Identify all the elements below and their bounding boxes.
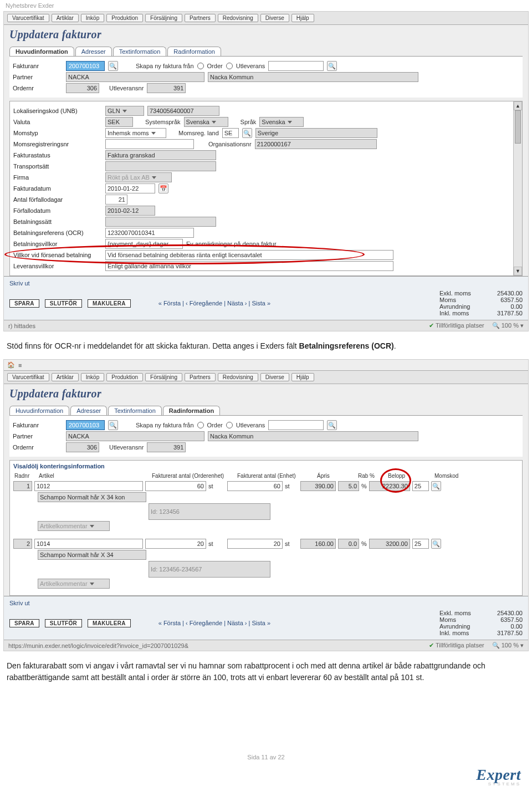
menu-partners[interactable]: Partners	[185, 373, 216, 381]
menu-varucertifikat[interactable]: Varucertifikat	[7, 373, 49, 381]
systemsprak-label: Systemspråk	[145, 119, 181, 125]
app-window-2: 🏠 ≡ Varucertifikat Artiklar Inköp Produk…	[3, 359, 529, 651]
fa-order-input[interactable]: 60	[145, 481, 206, 491]
fakturadatum-input[interactable]: 2010-01-22	[105, 183, 155, 193]
menu-produktion[interactable]: Produktion	[106, 373, 143, 381]
fakturanr-input[interactable]: 200700103	[66, 420, 105, 430]
systemsprak-select[interactable]: Svenska	[184, 117, 228, 127]
cancel-button[interactable]: MAKULERA	[88, 299, 131, 308]
leveransvillkor-input[interactable]: Enligt gällande allmänna villkor	[105, 261, 393, 271]
ocr-input[interactable]: 12320070010341	[105, 228, 194, 238]
calendar-icon[interactable]: 📅	[158, 183, 168, 193]
print-link[interactable]: Skriv ut	[9, 280, 30, 287]
menu-inkop[interactable]: Inköp	[81, 373, 104, 381]
visa-dolj-link[interactable]: Visa/dölj konteringsinformation	[13, 463, 519, 469]
search-icon[interactable]: 🔍	[108, 61, 118, 71]
cancel-button[interactable]: MAKULERA	[88, 619, 131, 627]
logo: Expert SYSTEMS	[0, 760, 532, 791]
fa-enhet-input[interactable]: 60	[227, 481, 283, 491]
print-link[interactable]: Skriv ut	[9, 600, 30, 606]
sprak-select[interactable]: Svenska	[259, 117, 304, 127]
momskod-input[interactable]: 25	[412, 481, 429, 491]
menu-diverse[interactable]: Diverse	[260, 14, 289, 22]
table-row-komm: Artikelkommentar	[13, 579, 519, 589]
search-icon[interactable]: 🔍	[431, 539, 441, 549]
complete-button[interactable]: SLUTFÖR	[45, 619, 82, 627]
momstyp-select[interactable]: Inhemsk moms	[105, 128, 166, 138]
tab-huvudinformation[interactable]: Huvudinformation	[9, 47, 74, 57]
utleverans-label: Utleverans	[236, 63, 265, 69]
tab-radinformation[interactable]: Radinformation	[167, 47, 221, 57]
tab-huvudinformation[interactable]: Huvudinformation	[9, 406, 69, 416]
menu-inkop[interactable]: Inköp	[81, 14, 104, 22]
utleverans-label: Utleverans	[236, 422, 265, 428]
menu-redovisning[interactable]: Redovisning	[218, 373, 258, 381]
status-url: https://munin.exder.net/logic/invoice/ed…	[8, 642, 188, 649]
pager[interactable]: « Första | ‹ Föregående | Nästa › | Sist…	[158, 620, 270, 626]
menu-hjalp[interactable]: Hjälp	[291, 14, 314, 22]
save-button[interactable]: SPARA	[9, 619, 39, 627]
menu-partners[interactable]: Partners	[185, 14, 216, 22]
menu-diverse[interactable]: Diverse	[260, 373, 289, 381]
komm-select[interactable]: Artikelkommentar	[38, 579, 110, 589]
lokalkod-select[interactable]: GLN	[105, 106, 144, 116]
firma-select[interactable]: Rökt på Lax AB	[105, 172, 172, 182]
zoom-icon[interactable]: 🔍 100 % ▾	[492, 322, 524, 329]
artikel-input[interactable]: 1012	[34, 481, 143, 491]
menu-icon[interactable]: ≡	[18, 362, 22, 369]
tab-textinformation[interactable]: Textinformation	[108, 406, 162, 416]
search-icon[interactable]: 🔍	[327, 420, 337, 430]
momsregnr-label: Momsregistreringsnr	[13, 141, 102, 147]
tab-adresser[interactable]: Adresser	[70, 406, 107, 416]
menu-varucertifikat[interactable]: Varucertifikat	[7, 14, 49, 22]
radio-utleverans[interactable]	[226, 422, 233, 428]
fakturastatus-value: Faktura granskad	[105, 150, 216, 160]
complete-button[interactable]: SLUTFÖR	[45, 299, 82, 308]
search-icon[interactable]: 🔍	[327, 61, 337, 71]
menu-redovisning[interactable]: Redovisning	[218, 14, 258, 22]
villkor-forsenad-input[interactable]: Vid försenad betalning debiteras ränta e…	[105, 250, 393, 260]
radnr: 2	[13, 539, 32, 549]
radio-order[interactable]	[197, 422, 204, 428]
menu-forsaljning[interactable]: Försäljning	[145, 373, 182, 381]
scrollbar[interactable]: ▲ ▼	[513, 101, 522, 275]
skapa-input[interactable]	[268, 61, 324, 71]
radio-order[interactable]	[197, 63, 204, 69]
betalningsvillkor-input[interactable]: {payment_days} dagar	[105, 239, 183, 249]
partner-label: Partner	[13, 433, 63, 440]
menu-hjalp[interactable]: Hjälp	[291, 373, 314, 381]
menu-artiklar[interactable]: Artiklar	[52, 373, 79, 381]
home-icon[interactable]: 🏠	[7, 361, 15, 369]
scroll-thumb[interactable]	[515, 110, 521, 144]
search-icon[interactable]: 🔍	[431, 481, 441, 491]
pager[interactable]: « Första | ‹ Föregående | Nästa › | Sist…	[158, 300, 270, 307]
save-button[interactable]: SPARA	[9, 299, 39, 308]
percent-label: %	[361, 540, 367, 547]
momskod-input[interactable]: 25	[412, 539, 429, 549]
komm-select[interactable]: Artikelkommentar	[38, 521, 110, 531]
fakturanr-input[interactable]: 200700103	[66, 61, 105, 71]
chevron-down-icon	[212, 121, 216, 124]
status-left: r) hittades	[8, 323, 35, 329]
menu-forsaljning[interactable]: Försäljning	[145, 14, 182, 22]
tab-adresser[interactable]: Adresser	[75, 47, 112, 57]
momsreg-land-code[interactable]: SE	[222, 128, 239, 138]
momsregnr-input[interactable]	[105, 139, 194, 149]
search-icon[interactable]: 🔍	[242, 128, 252, 138]
ordernr-value: 306	[66, 442, 99, 452]
antal-forfallodagar-input[interactable]: 21	[105, 195, 127, 205]
menu-artiklar[interactable]: Artiklar	[52, 14, 79, 22]
fa-order-input[interactable]: 20	[145, 539, 206, 549]
radio-utleverans[interactable]	[226, 63, 233, 69]
zoom-icon[interactable]: 🔍 100 % ▾	[492, 642, 524, 649]
tab-textinformation[interactable]: Textinformation	[113, 47, 167, 57]
tab-radinformation[interactable]: Radinformation	[163, 406, 220, 416]
artikel-input[interactable]: 1014	[34, 539, 143, 549]
menu-produktion[interactable]: Produktion	[106, 14, 143, 22]
scroll-down-icon[interactable]: ▼	[514, 267, 522, 275]
skapa-input[interactable]	[268, 420, 324, 430]
search-icon[interactable]: 🔍	[108, 420, 118, 430]
fa-enhet-input[interactable]: 20	[227, 539, 283, 549]
scroll-up-icon[interactable]: ▲	[514, 101, 522, 110]
fakturanr-label: Fakturanr	[13, 422, 63, 428]
